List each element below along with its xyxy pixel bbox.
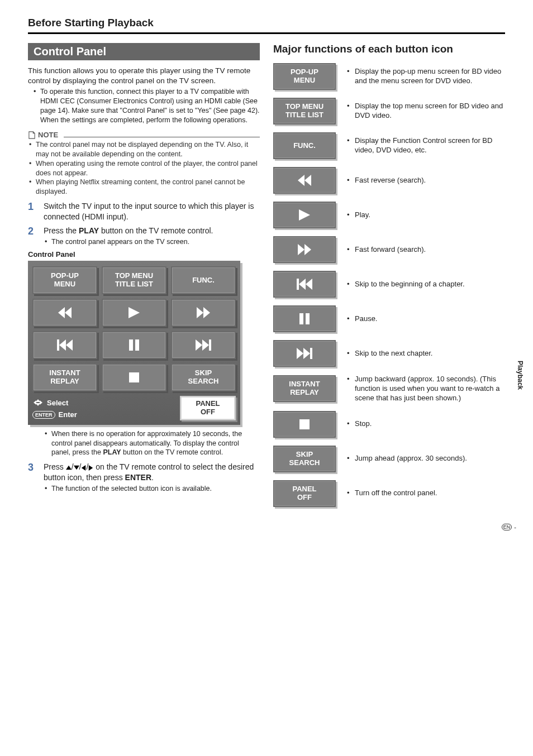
- divider: [28, 32, 505, 34]
- function-row: Skip to the next chapter.: [273, 340, 505, 367]
- step-2: 2 Press the PLAY button on the TV remote…: [28, 226, 260, 247]
- function-row: Fast reverse (search).: [273, 167, 505, 194]
- function-row: Stop.: [273, 411, 505, 438]
- pause-icon: [129, 339, 140, 351]
- skip-next-icon: [296, 348, 313, 359]
- note-icon: [28, 131, 36, 139]
- step-3: 3 Press /// on the TV remote control to …: [28, 462, 260, 494]
- function-row: Skip to the beginning of a chapter.: [273, 271, 505, 298]
- label: SKIP: [296, 451, 313, 459]
- function-row: FUNC.Display the Function Control screen…: [273, 132, 505, 159]
- label: OFF: [297, 494, 312, 502]
- fast-forward-icon: [297, 244, 312, 255]
- step-sub: The function of the selected button icon…: [44, 484, 260, 494]
- cp-panel-off-button[interactable]: PANEL OFF: [180, 396, 236, 420]
- intro-bullet: To operate this function, connect this p…: [28, 87, 260, 125]
- label: PANEL: [196, 400, 220, 408]
- cp-skip-prev-button[interactable]: [32, 331, 97, 359]
- label: POP-UP: [51, 272, 79, 280]
- function-button[interactable]: [273, 202, 336, 228]
- function-row: Pause.: [273, 305, 505, 332]
- enter-pill-icon: ENTER: [32, 411, 55, 419]
- function-button[interactable]: FUNC.: [273, 132, 336, 159]
- step-text: Switch the TV input to the input source …: [44, 202, 254, 221]
- label: SKIP: [195, 369, 212, 377]
- label: FUNC.: [293, 142, 316, 150]
- function-button[interactable]: [273, 271, 336, 298]
- function-description: Skip to the next chapter.: [347, 349, 432, 358]
- label: POP-UP: [291, 68, 318, 76]
- cp-instant-replay-button[interactable]: INSTANT REPLAY: [32, 363, 97, 391]
- function-button[interactable]: PANELOFF: [273, 480, 336, 507]
- side-tab: Playback: [515, 357, 525, 393]
- function-button[interactable]: TOP MENUTITLE LIST: [273, 98, 336, 125]
- cp-skip-next-button[interactable]: [171, 331, 236, 359]
- cp-topmenu-titlelist-button[interactable]: TOP MENU TITLE LIST: [102, 266, 166, 294]
- play-icon: [128, 307, 140, 318]
- label: OFF: [201, 408, 215, 416]
- label: TOP MENU: [285, 103, 323, 111]
- help-select: Select: [32, 397, 77, 408]
- step-text: Press the PLAY button on the TV remote c…: [44, 226, 213, 235]
- label: SEARCH: [289, 459, 320, 467]
- dpad-icon: [32, 397, 44, 408]
- down-arrow-icon: [74, 465, 79, 470]
- cp-pause-button[interactable]: [102, 331, 166, 359]
- function-button[interactable]: INSTANTREPLAY: [273, 375, 336, 402]
- function-button[interactable]: [273, 340, 336, 367]
- function-row: PANELOFFTurn off the control panel.: [273, 480, 505, 507]
- step-number: 3: [28, 461, 34, 474]
- function-button[interactable]: [273, 167, 336, 194]
- note-label: NOTE: [38, 131, 58, 139]
- step-number: 1: [28, 200, 34, 213]
- label: INSTANT: [49, 369, 80, 377]
- step-1: 1 Switch the TV input to the input sourc…: [28, 201, 260, 222]
- cp-fastforward-button[interactable]: [171, 299, 236, 327]
- cp-rewind-button[interactable]: [32, 299, 97, 327]
- function-description: Jump backward (approx. 10 seconds). (Thi…: [347, 375, 505, 403]
- function-description: Display the Function Control screen for …: [347, 136, 505, 155]
- cp-func-button[interactable]: FUNC.: [171, 266, 236, 294]
- page-title: Before Starting Playback: [28, 17, 505, 29]
- function-row: Fast forward (search).: [273, 236, 505, 263]
- cp-skip-search-button[interactable]: SKIP SEARCH: [171, 363, 236, 391]
- function-button[interactable]: [273, 305, 336, 332]
- pause-icon: [299, 313, 310, 324]
- function-button[interactable]: [273, 411, 336, 438]
- note-item: The control panel may not be displayed d…: [28, 140, 260, 159]
- stop-icon: [129, 372, 139, 382]
- cp-play-button[interactable]: [102, 299, 166, 327]
- fast-forward-icon: [196, 307, 211, 318]
- right-column-title: Major functions of each button icon: [273, 43, 505, 55]
- label: TITLE LIST: [115, 280, 153, 288]
- step-number: 2: [28, 224, 34, 238]
- control-panel-graphic: POP-UP MENU TOP MENU TITLE LIST FUNC.: [28, 261, 240, 425]
- function-description: Turn off the control panel.: [347, 489, 437, 498]
- skip-prev-icon: [296, 279, 313, 290]
- function-row: INSTANTREPLAYJump backward (approx. 10 s…: [273, 375, 505, 403]
- function-description: Display the top menu screen for BD video…: [347, 102, 505, 121]
- function-description: Jump ahead (approx. 30 seconds).: [347, 454, 467, 463]
- function-description: Fast reverse (search).: [347, 176, 426, 185]
- function-button[interactable]: SKIPSEARCH: [273, 446, 336, 472]
- label: PANEL: [292, 485, 316, 494]
- function-button[interactable]: [273, 236, 336, 263]
- cp-popup-menu-button[interactable]: POP-UP MENU: [32, 266, 97, 294]
- function-description: Fast forward (search).: [347, 245, 426, 255]
- cp-stop-button[interactable]: [102, 363, 166, 391]
- function-description: Display the pop-up menu screen for BD vi…: [347, 67, 505, 86]
- note-item: When playing Netflix streaming content, …: [28, 178, 260, 197]
- step-sub: When there is no operation for approxima…: [44, 429, 260, 458]
- function-row: SKIPSEARCHJump ahead (approx. 30 seconds…: [273, 446, 505, 472]
- right-arrow-icon: [88, 465, 93, 471]
- function-description: Stop.: [347, 419, 372, 429]
- label: TOP MENU: [115, 272, 153, 280]
- function-description: Skip to the beginning of a chapter.: [347, 280, 465, 289]
- control-panel-caption: Control Panel: [28, 250, 260, 259]
- up-arrow-icon: [66, 465, 72, 470]
- label: MENU: [54, 280, 75, 288]
- function-button[interactable]: POP-UPMENU: [273, 63, 336, 90]
- stop-icon: [299, 419, 310, 429]
- step-sub: The control panel appears on the TV scre…: [44, 237, 260, 247]
- fast-reverse-icon: [57, 307, 73, 318]
